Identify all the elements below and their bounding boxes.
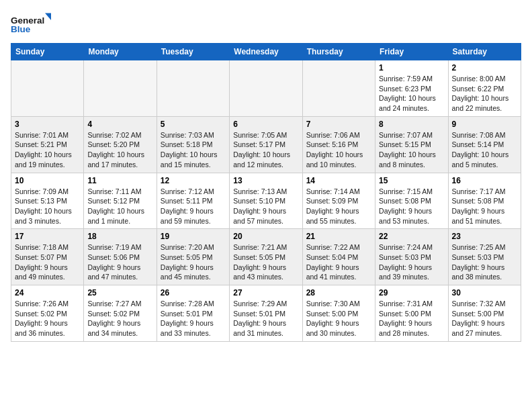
day-info: Sunrise: 7:01 AM Sunset: 5:21 PM Dayligh… bbox=[15, 130, 80, 170]
day-info: Sunrise: 7:20 AM Sunset: 5:05 PM Dayligh… bbox=[161, 242, 226, 282]
calendar-cell: 3Sunrise: 7:01 AM Sunset: 5:21 PM Daylig… bbox=[11, 116, 84, 173]
day-number: 14 bbox=[306, 176, 371, 185]
day-info: Sunrise: 7:29 AM Sunset: 5:01 PM Dayligh… bbox=[233, 299, 298, 338]
day-info: Sunrise: 7:14 AM Sunset: 5:09 PM Dayligh… bbox=[306, 187, 371, 226]
day-info: Sunrise: 7:22 AM Sunset: 5:04 PM Dayligh… bbox=[306, 242, 371, 282]
day-number: 27 bbox=[233, 288, 298, 298]
calendar-cell: 16Sunrise: 7:17 AM Sunset: 5:08 PM Dayli… bbox=[448, 173, 521, 229]
page-header: General Blue bbox=[11, 11, 521, 38]
day-number: 10 bbox=[15, 176, 80, 185]
day-info: Sunrise: 7:11 AM Sunset: 5:12 PM Dayligh… bbox=[87, 187, 152, 226]
calendar-cell: 6Sunrise: 7:05 AM Sunset: 5:17 PM Daylig… bbox=[230, 116, 302, 173]
day-info: Sunrise: 7:08 AM Sunset: 5:14 PM Dayligh… bbox=[452, 130, 517, 170]
svg-marker-1 bbox=[45, 13, 51, 21]
calendar-cell: 1Sunrise: 7:59 AM Sunset: 6:23 PM Daylig… bbox=[375, 60, 448, 117]
weekday-header-tuesday: Tuesday bbox=[157, 44, 229, 60]
day-number: 16 bbox=[452, 176, 517, 185]
weekday-header-saturday: Saturday bbox=[448, 44, 521, 60]
day-info: Sunrise: 7:28 AM Sunset: 5:01 PM Dayligh… bbox=[161, 299, 226, 338]
day-number: 25 bbox=[87, 288, 152, 298]
calendar-cell: 30Sunrise: 7:32 AM Sunset: 5:00 PM Dayli… bbox=[448, 285, 521, 342]
calendar-table: SundayMondayTuesdayWednesdayThursdayFrid… bbox=[11, 43, 521, 342]
day-info: Sunrise: 7:27 AM Sunset: 5:02 PM Dayligh… bbox=[87, 299, 152, 338]
calendar-cell: 26Sunrise: 7:28 AM Sunset: 5:01 PM Dayli… bbox=[157, 285, 229, 342]
day-info: Sunrise: 7:30 AM Sunset: 5:00 PM Dayligh… bbox=[306, 299, 371, 338]
day-number: 12 bbox=[161, 176, 226, 185]
day-info: Sunrise: 7:05 AM Sunset: 5:17 PM Dayligh… bbox=[233, 130, 298, 170]
day-info: Sunrise: 7:31 AM Sunset: 5:00 PM Dayligh… bbox=[379, 299, 444, 338]
day-info: Sunrise: 7:26 AM Sunset: 5:02 PM Dayligh… bbox=[15, 299, 80, 338]
calendar-cell: 28Sunrise: 7:30 AM Sunset: 5:00 PM Dayli… bbox=[302, 285, 375, 342]
weekday-header-sunday: Sunday bbox=[11, 44, 84, 60]
day-number: 29 bbox=[379, 288, 444, 298]
svg-text:Blue: Blue bbox=[11, 24, 31, 34]
day-number: 17 bbox=[15, 232, 80, 241]
calendar-cell: 20Sunrise: 7:21 AM Sunset: 5:05 PM Dayli… bbox=[230, 229, 302, 285]
day-info: Sunrise: 7:21 AM Sunset: 5:05 PM Dayligh… bbox=[233, 242, 298, 282]
day-number: 19 bbox=[161, 232, 226, 241]
calendar-cell: 29Sunrise: 7:31 AM Sunset: 5:00 PM Dayli… bbox=[375, 285, 448, 342]
calendar-cell bbox=[302, 60, 375, 117]
day-info: Sunrise: 7:32 AM Sunset: 5:00 PM Dayligh… bbox=[452, 299, 517, 338]
calendar-cell: 8Sunrise: 7:07 AM Sunset: 5:15 PM Daylig… bbox=[375, 116, 448, 173]
calendar-cell: 4Sunrise: 7:02 AM Sunset: 5:20 PM Daylig… bbox=[84, 116, 157, 173]
calendar-cell bbox=[230, 60, 302, 117]
weekday-header-monday: Monday bbox=[84, 44, 157, 60]
day-number: 26 bbox=[161, 288, 226, 298]
day-number: 23 bbox=[452, 232, 517, 241]
calendar-cell bbox=[11, 60, 84, 117]
day-number: 9 bbox=[452, 120, 517, 129]
day-info: Sunrise: 7:09 AM Sunset: 5:13 PM Dayligh… bbox=[15, 187, 80, 226]
calendar-cell: 7Sunrise: 7:06 AM Sunset: 5:16 PM Daylig… bbox=[302, 116, 375, 173]
logo: General Blue bbox=[11, 11, 51, 38]
day-number: 22 bbox=[379, 232, 444, 241]
calendar-cell: 12Sunrise: 7:12 AM Sunset: 5:11 PM Dayli… bbox=[157, 173, 229, 229]
day-info: Sunrise: 7:07 AM Sunset: 5:15 PM Dayligh… bbox=[379, 130, 444, 170]
svg-text:General: General bbox=[11, 15, 44, 26]
calendar-cell: 11Sunrise: 7:11 AM Sunset: 5:12 PM Dayli… bbox=[84, 173, 157, 229]
day-number: 15 bbox=[379, 176, 444, 185]
calendar-cell: 15Sunrise: 7:15 AM Sunset: 5:08 PM Dayli… bbox=[375, 173, 448, 229]
day-info: Sunrise: 7:02 AM Sunset: 5:20 PM Dayligh… bbox=[87, 130, 152, 170]
calendar-cell: 10Sunrise: 7:09 AM Sunset: 5:13 PM Dayli… bbox=[11, 173, 84, 229]
calendar-cell: 13Sunrise: 7:13 AM Sunset: 5:10 PM Dayli… bbox=[230, 173, 302, 229]
day-number: 3 bbox=[15, 120, 80, 129]
calendar-cell: 27Sunrise: 7:29 AM Sunset: 5:01 PM Dayli… bbox=[230, 285, 302, 342]
day-number: 20 bbox=[233, 232, 298, 241]
day-info: Sunrise: 7:15 AM Sunset: 5:08 PM Dayligh… bbox=[379, 187, 444, 226]
day-info: Sunrise: 7:19 AM Sunset: 5:06 PM Dayligh… bbox=[87, 242, 152, 282]
calendar-cell: 22Sunrise: 7:24 AM Sunset: 5:03 PM Dayli… bbox=[375, 229, 448, 285]
day-info: Sunrise: 7:18 AM Sunset: 5:07 PM Dayligh… bbox=[15, 242, 80, 282]
calendar-cell: 17Sunrise: 7:18 AM Sunset: 5:07 PM Dayli… bbox=[11, 229, 84, 285]
calendar-cell: 18Sunrise: 7:19 AM Sunset: 5:06 PM Dayli… bbox=[84, 229, 157, 285]
weekday-header-thursday: Thursday bbox=[302, 44, 375, 60]
day-number: 1 bbox=[379, 63, 444, 73]
logo-svg: General Blue bbox=[11, 11, 51, 38]
day-number: 13 bbox=[233, 176, 298, 185]
calendar-cell: 14Sunrise: 7:14 AM Sunset: 5:09 PM Dayli… bbox=[302, 173, 375, 229]
day-info: Sunrise: 7:13 AM Sunset: 5:10 PM Dayligh… bbox=[233, 187, 298, 226]
weekday-header-friday: Friday bbox=[375, 44, 448, 60]
day-number: 7 bbox=[306, 120, 371, 129]
day-info: Sunrise: 7:06 AM Sunset: 5:16 PM Dayligh… bbox=[306, 130, 371, 170]
calendar-cell: 25Sunrise: 7:27 AM Sunset: 5:02 PM Dayli… bbox=[84, 285, 157, 342]
day-info: Sunrise: 7:03 AM Sunset: 5:18 PM Dayligh… bbox=[161, 130, 226, 170]
day-number: 18 bbox=[87, 232, 152, 241]
calendar-cell bbox=[84, 60, 157, 117]
weekday-header-wednesday: Wednesday bbox=[230, 44, 302, 60]
day-info: Sunrise: 7:12 AM Sunset: 5:11 PM Dayligh… bbox=[161, 187, 226, 226]
calendar-cell: 23Sunrise: 7:25 AM Sunset: 5:03 PM Dayli… bbox=[448, 229, 521, 285]
calendar-cell: 19Sunrise: 7:20 AM Sunset: 5:05 PM Dayli… bbox=[157, 229, 229, 285]
day-number: 5 bbox=[161, 120, 226, 129]
day-number: 21 bbox=[306, 232, 371, 241]
calendar-cell: 2Sunrise: 8:00 AM Sunset: 6:22 PM Daylig… bbox=[448, 60, 521, 117]
day-number: 2 bbox=[452, 63, 517, 73]
calendar-cell bbox=[157, 60, 229, 117]
day-info: Sunrise: 7:24 AM Sunset: 5:03 PM Dayligh… bbox=[379, 242, 444, 282]
day-info: Sunrise: 7:59 AM Sunset: 6:23 PM Dayligh… bbox=[379, 74, 444, 113]
calendar-cell: 24Sunrise: 7:26 AM Sunset: 5:02 PM Dayli… bbox=[11, 285, 84, 342]
day-number: 8 bbox=[379, 120, 444, 129]
day-info: Sunrise: 7:17 AM Sunset: 5:08 PM Dayligh… bbox=[452, 187, 517, 226]
day-info: Sunrise: 7:25 AM Sunset: 5:03 PM Dayligh… bbox=[452, 242, 517, 282]
day-number: 4 bbox=[87, 120, 152, 129]
